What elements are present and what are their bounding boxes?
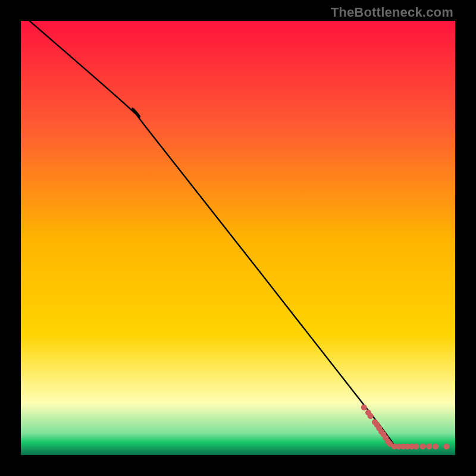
data-point [433, 443, 439, 449]
data-point [443, 443, 449, 449]
chart-svg [21, 21, 455, 455]
gradient-background [21, 21, 455, 455]
data-point [426, 443, 432, 449]
data-point [368, 413, 374, 419]
chart-frame: TheBottleneck.com [0, 0, 476, 476]
plot-area [21, 21, 455, 455]
data-point [413, 443, 419, 449]
data-point [419, 443, 425, 449]
data-point [361, 405, 367, 411]
watermark-text: TheBottleneck.com [331, 5, 453, 20]
